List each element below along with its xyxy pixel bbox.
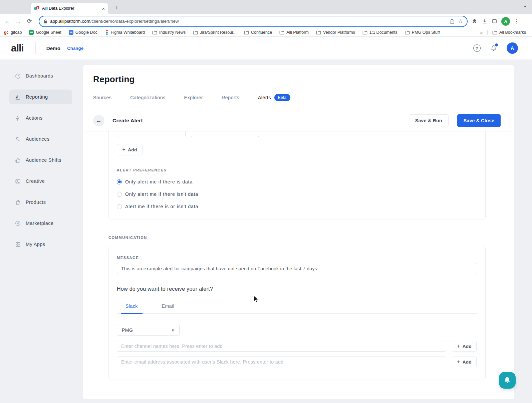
- criteria-inputs-row: [117, 131, 477, 137]
- browser-profile-avatar[interactable]: A: [501, 17, 510, 26]
- bookmark-folder-jira[interactable]: Jira/Sprint Resour...: [193, 30, 237, 35]
- lightning-icon: [15, 115, 21, 121]
- google-doc-icon: [69, 30, 73, 35]
- screen: 5 Alli Data Explorer × + ⌄ ← → ⟳ app.all…: [0, 0, 532, 403]
- radio-icon[interactable]: [117, 192, 122, 197]
- share-icon[interactable]: [449, 18, 455, 24]
- bookmark-folder-confluence[interactable]: Confluence: [244, 30, 272, 35]
- extensions-puzzle-icon[interactable]: [472, 18, 478, 24]
- browser-tab[interactable]: 5 Alli Data Explorer ×: [31, 3, 108, 14]
- channel-input-row: + Add: [117, 341, 477, 352]
- sidebar-item-my-apps[interactable]: My Apps: [9, 237, 72, 252]
- folder-icon: [316, 30, 321, 35]
- tab-reports[interactable]: Reports: [222, 95, 239, 100]
- radio-icon[interactable]: [117, 204, 122, 209]
- sidebar-item-reporting[interactable]: Reporting: [9, 90, 72, 104]
- main-panel: Reporting Sources Categorizations Explor…: [83, 65, 514, 399]
- save-and-run-button[interactable]: Save & Run: [409, 114, 449, 127]
- change-client-link[interactable]: Change: [67, 46, 83, 51]
- bookmark-folder-pmg-ops[interactable]: PMG Ops Stuff: [405, 30, 440, 35]
- plus-icon: +: [457, 359, 460, 365]
- add-channel-button[interactable]: + Add: [452, 341, 477, 352]
- plus-icon: +: [457, 343, 460, 349]
- criteria-input-partial[interactable]: [191, 131, 259, 137]
- tab-categorizations[interactable]: Categorizations: [130, 95, 165, 100]
- url-host: app.alliplatform.com: [50, 19, 90, 24]
- reporting-tabs: Sources Categorizations Explorer Reports…: [93, 94, 290, 101]
- back-icon[interactable]: ←: [3, 17, 12, 26]
- save-and-close-button[interactable]: Save & Close: [457, 114, 501, 127]
- forward-icon[interactable]: →: [13, 17, 23, 26]
- create-alert-header: ← Create Alert Save & Run Save & Close: [83, 110, 514, 131]
- url-bar[interactable]: app.alliplatform.com/client/demo/data-ex…: [39, 16, 468, 27]
- notifications-widget-button[interactable]: [499, 372, 516, 389]
- radio-option-data[interactable]: Only alert me if there is data: [117, 179, 477, 184]
- alli-logo[interactable]: alli: [11, 42, 24, 54]
- create-alert-content: + Add ALERT PREFERENCES Only alert me if…: [83, 131, 514, 399]
- tab-slack[interactable]: Slack: [121, 303, 143, 314]
- bookmark-folder-11-documents[interactable]: 1:1 Documents: [362, 30, 397, 35]
- radio-selected-icon[interactable]: [117, 179, 122, 184]
- radio-option-no-data[interactable]: Only alert me if there isn't data: [117, 191, 477, 197]
- folder-icon: [492, 30, 497, 35]
- url-text: app.alliplatform.com/client/demo/data-ex…: [50, 19, 447, 24]
- tab-search-chevron-icon[interactable]: ⌄: [523, 2, 527, 8]
- add-criteria-button[interactable]: + Add: [117, 144, 143, 155]
- reload-icon[interactable]: ⟳: [25, 17, 34, 26]
- user-avatar[interactable]: A: [507, 42, 518, 54]
- bookmark-figma[interactable]: Figma Whiteboard: [105, 30, 145, 35]
- figma-icon: [105, 30, 109, 35]
- sidebar-item-audience-shifts[interactable]: Audience Shifts: [9, 153, 72, 167]
- bookmark-folder-alli-platform[interactable]: Alli Platform: [279, 30, 309, 35]
- bookmark-folder-industry-news[interactable]: Industry News: [152, 30, 186, 35]
- url-path: /client/demo/data-explorer/settings/aler…: [90, 19, 179, 24]
- sidebar-item-actions[interactable]: Actions: [9, 111, 72, 125]
- bookmark-google-doc[interactable]: Google Doc: [69, 30, 97, 35]
- bookmark-gifcap[interactable]: gcgifcap: [4, 30, 22, 35]
- radio-option-either[interactable]: Alert me if there is or isn't data: [117, 204, 477, 209]
- all-bookmarks[interactable]: All Bookmarks: [492, 30, 526, 35]
- sidebar-item-dashboards[interactable]: Dashboards: [9, 69, 72, 83]
- browser-menu-kebab-icon[interactable]: ⋮: [514, 18, 519, 24]
- bookmark-folder-vendor-platforms[interactable]: Vendor Platforms: [316, 30, 355, 35]
- folder-icon: [152, 30, 157, 35]
- tab-alerts[interactable]: Alerts Beta: [258, 94, 290, 101]
- folder-icon: [244, 30, 249, 35]
- folder-icon: [405, 30, 410, 35]
- tab-close-icon[interactable]: ×: [102, 6, 105, 11]
- tab-explorer[interactable]: Explorer: [184, 95, 203, 100]
- google-sheet-icon: [29, 30, 34, 35]
- caret-down-icon: ▼: [171, 328, 175, 332]
- sidebar-item-products[interactable]: Products: [9, 195, 72, 210]
- channel-tabs: Slack Email: [117, 303, 477, 314]
- folder-icon: [362, 30, 367, 35]
- sidebar-item-creative[interactable]: Creative: [9, 174, 72, 188]
- add-email-button[interactable]: + Add: [452, 357, 477, 367]
- message-input[interactable]: [117, 263, 477, 274]
- channel-names-input[interactable]: [117, 341, 446, 352]
- notification-dot: [495, 43, 498, 46]
- tab-sources[interactable]: Sources: [93, 95, 111, 100]
- tab-email[interactable]: Email: [157, 303, 179, 313]
- create-alert-title: Create Alert: [112, 118, 143, 124]
- slack-email-input[interactable]: [117, 357, 446, 367]
- sidebar-item-marketplace[interactable]: Marketplace: [9, 216, 72, 231]
- sidebar-item-audiences[interactable]: Audiences: [9, 132, 72, 146]
- receive-question: How do you want to receive your alert?: [117, 286, 477, 292]
- lock-icon: [43, 19, 47, 24]
- download-icon[interactable]: [482, 18, 488, 24]
- side-panel-icon[interactable]: [492, 18, 497, 24]
- page-title: Reporting: [93, 74, 135, 85]
- back-button[interactable]: ←: [93, 115, 104, 126]
- bookmark-google-sheet[interactable]: Google Sheet: [29, 30, 61, 35]
- new-tab-button[interactable]: +: [112, 3, 121, 13]
- bookmarks-overflow-chevron[interactable]: »: [480, 30, 483, 35]
- bookmark-star-icon[interactable]: ☆: [458, 18, 463, 24]
- bar-chart-icon: [15, 94, 21, 100]
- notifications-bell-icon[interactable]: [490, 44, 497, 52]
- alli-favicon-icon: 5: [34, 6, 39, 11]
- workspace-select[interactable]: PMG ▼: [117, 325, 180, 335]
- mouse-cursor: [253, 295, 260, 303]
- criteria-input-partial[interactable]: [117, 131, 186, 137]
- help-icon[interactable]: ?: [473, 44, 481, 52]
